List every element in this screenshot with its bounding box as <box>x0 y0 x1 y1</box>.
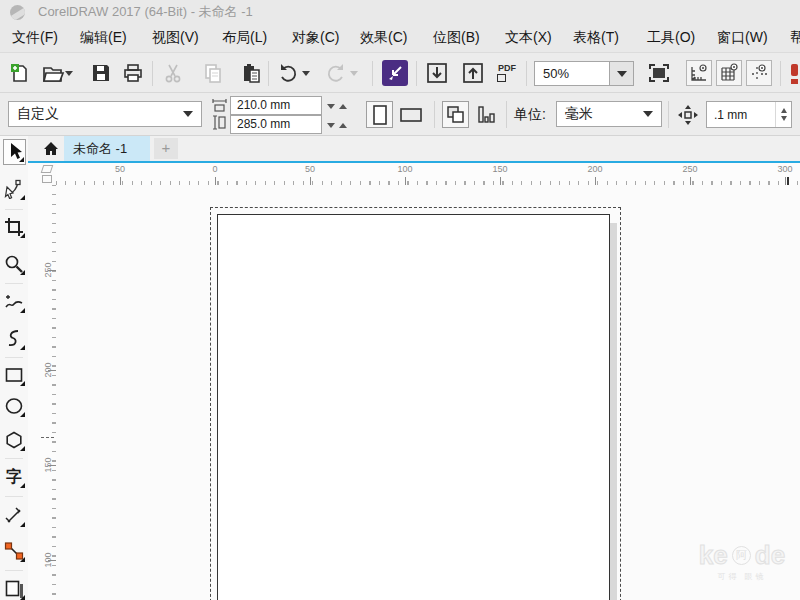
toolbar-separator <box>526 61 527 86</box>
publish-to-pdf-button[interactable]: PDF <box>494 60 520 86</box>
watermark-text-right: de <box>755 542 785 568</box>
shape-tool[interactable] <box>2 176 26 202</box>
menu-window[interactable]: 窗口(W) <box>717 24 768 52</box>
export-button[interactable] <box>460 60 486 86</box>
page-size-preset-dropdown[interactable]: 自定义 <box>8 101 202 127</box>
toolbox-separator <box>5 458 23 459</box>
rectangle-tool[interactable] <box>2 362 26 388</box>
page-height-spinner[interactable] <box>324 116 350 134</box>
pick-tool[interactable] <box>3 139 26 165</box>
hruler-major-tick <box>500 177 501 185</box>
tab-untitled-document[interactable]: 未命名 -1 <box>64 136 150 161</box>
import-button[interactable] <box>424 60 450 86</box>
menu-bitmaps[interactable]: 位图(B) <box>433 24 480 52</box>
toolbox-separator <box>5 570 23 571</box>
new-tab-button[interactable]: + <box>154 138 178 159</box>
current-page-button[interactable] <box>472 101 499 128</box>
straight-line-connector-tool[interactable] <box>2 538 26 564</box>
crop-tool[interactable] <box>2 214 26 240</box>
menu-file[interactable]: 文件(F) <box>12 24 58 52</box>
toolbox: 字 <box>0 136 28 600</box>
cursor-position-marker <box>41 437 54 438</box>
parallel-dimension-tool[interactable] <box>2 503 26 529</box>
spin-up-icon[interactable] <box>339 123 347 128</box>
paste-button[interactable] <box>238 60 264 86</box>
drawing-page[interactable] <box>217 214 610 600</box>
watermark-subtext: 可得 眼镜 <box>682 571 800 582</box>
coreldraw-window: CorelDRAW 2017 (64-Bit) - 未命名 -1 文件(F) 编… <box>0 0 800 600</box>
vruler-label: 150 <box>43 454 53 476</box>
open-dropdown-caret[interactable] <box>65 71 73 76</box>
save-button[interactable] <box>88 60 114 86</box>
page-height-icon <box>212 115 227 130</box>
chevron-down-icon <box>617 71 627 77</box>
undo-button[interactable] <box>276 60 302 86</box>
spin-down-icon[interactable] <box>327 123 335 128</box>
app-logo-icon <box>10 5 25 20</box>
menu-view[interactable]: 视图(V) <box>152 24 199 52</box>
freehand-tool[interactable] <box>2 289 26 315</box>
page-width-input[interactable]: 210.0 mm <box>230 96 322 115</box>
ruler-settings-icon <box>42 175 52 183</box>
ruler-origin-control[interactable] <box>40 163 56 185</box>
spin-down-icon[interactable] <box>781 116 787 121</box>
portrait-orientation-button[interactable] <box>366 101 393 128</box>
menu-table[interactable]: 表格(T) <box>573 24 619 52</box>
hruler-major-tick <box>215 177 216 185</box>
menu-tools[interactable]: 工具(O) <box>647 24 695 52</box>
hruler-label: 50 <box>305 164 315 174</box>
spin-up-icon[interactable] <box>781 108 787 113</box>
toolbox-separator <box>5 496 23 497</box>
open-button[interactable] <box>40 60 66 86</box>
horizontal-ruler[interactable]: 50 0 50 100 150 200 250 300 <box>56 163 800 185</box>
page-width-spinner[interactable] <box>324 97 350 115</box>
new-document-button[interactable] <box>6 60 32 86</box>
propbar-separator <box>434 101 435 128</box>
welcome-home-button[interactable] <box>40 138 62 159</box>
show-rulers-button[interactable] <box>686 60 712 86</box>
landscape-orientation-button[interactable] <box>397 101 424 128</box>
propbar-separator <box>506 101 507 128</box>
menu-text[interactable]: 文本(X) <box>505 24 552 52</box>
hruler-label: 50 <box>115 164 125 174</box>
all-pages-button[interactable] <box>442 101 469 128</box>
text-tool[interactable]: 字 <box>2 464 26 490</box>
polygon-tool[interactable] <box>2 427 26 453</box>
snap-options-icon-partial[interactable] <box>789 62 800 86</box>
zoom-level-dropdown[interactable] <box>609 61 634 86</box>
hruler-label: 200 <box>587 164 602 174</box>
show-grid-button[interactable] <box>716 60 742 86</box>
nudge-offset-icon <box>674 101 701 128</box>
zoom-tool[interactable] <box>2 251 26 277</box>
document-tab-bar: 未命名 -1 + <box>28 136 800 161</box>
hruler-major-tick <box>785 177 786 185</box>
ellipse-tool[interactable] <box>2 393 26 419</box>
toolbox-separator <box>5 209 23 210</box>
vertical-ruler[interactable]: 250 200 150 100 <box>40 185 56 600</box>
watermark-badge: 阿 <box>732 546 751 565</box>
menu-edit[interactable]: 编辑(E) <box>80 24 127 52</box>
page-height-input[interactable]: 285.0 mm <box>230 115 322 134</box>
undo-dropdown-caret[interactable] <box>302 71 310 76</box>
units-dropdown[interactable]: 毫米 <box>556 101 662 127</box>
print-button[interactable] <box>120 60 146 86</box>
vruler-label: 250 <box>43 259 53 281</box>
spin-up-icon[interactable] <box>339 104 347 109</box>
nudge-spinner[interactable] <box>775 102 791 127</box>
menu-layout[interactable]: 布局(L) <box>222 24 267 52</box>
show-guidelines-button[interactable] <box>746 60 772 86</box>
spin-down-icon[interactable] <box>327 104 335 109</box>
copy-button <box>200 60 226 86</box>
fullscreen-preview-button[interactable] <box>646 60 672 86</box>
ruler-origin-icon <box>41 165 54 173</box>
menu-help[interactable]: 帮 <box>790 24 800 52</box>
hruler-major-tick <box>310 177 311 185</box>
drop-shadow-tool[interactable] <box>2 576 26 600</box>
units-value: 毫米 <box>557 105 643 123</box>
artistic-media-tool[interactable] <box>2 326 26 352</box>
menu-object[interactable]: 对象(C) <box>292 24 339 52</box>
search-content-button[interactable] <box>382 60 408 86</box>
zoom-level-input[interactable]: 50% <box>534 61 610 86</box>
nudge-distance-input[interactable]: .1 mm <box>706 101 792 128</box>
menu-effects[interactable]: 效果(C) <box>360 24 407 52</box>
